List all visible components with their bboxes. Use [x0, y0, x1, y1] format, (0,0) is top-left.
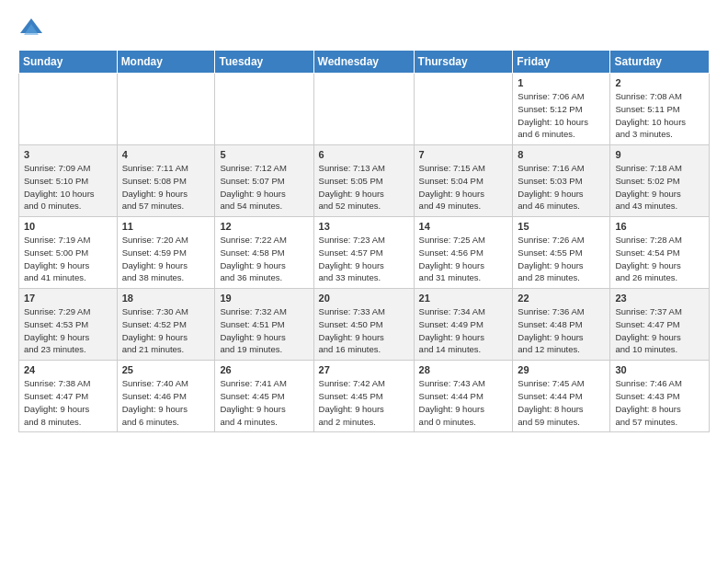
day-info: Sunrise: 7:08 AM Sunset: 5:11 PM Dayligh… [615, 90, 704, 141]
calendar-cell: 24Sunrise: 7:38 AM Sunset: 4:47 PM Dayli… [19, 361, 118, 432]
calendar-cell: 17Sunrise: 7:29 AM Sunset: 4:53 PM Dayli… [19, 289, 118, 361]
calendar-cell: 1Sunrise: 7:06 AM Sunset: 5:12 PM Daylig… [513, 74, 610, 145]
day-number: 7 [419, 149, 508, 160]
calendar-cell: 18Sunrise: 7:30 AM Sunset: 4:52 PM Dayli… [117, 289, 215, 361]
day-info: Sunrise: 7:41 AM Sunset: 4:45 PM Dayligh… [220, 377, 308, 428]
day-info: Sunrise: 7:29 AM Sunset: 4:53 PM Dayligh… [24, 305, 112, 356]
day-info: Sunrise: 7:23 AM Sunset: 4:57 PM Dayligh… [319, 234, 409, 284]
day-number: 17 [24, 293, 112, 304]
day-number: 21 [419, 293, 508, 304]
week-row-2: 3Sunrise: 7:09 AM Sunset: 5:10 PM Daylig… [19, 145, 710, 217]
day-number: 24 [24, 364, 112, 375]
day-info: Sunrise: 7:26 AM Sunset: 4:55 PM Dayligh… [518, 234, 605, 284]
calendar-cell: 6Sunrise: 7:13 AM Sunset: 5:05 PM Daylig… [313, 145, 414, 217]
day-number: 11 [122, 221, 210, 232]
day-number: 22 [518, 293, 605, 304]
day-info: Sunrise: 7:15 AM Sunset: 5:04 PM Dayligh… [419, 162, 508, 213]
day-info: Sunrise: 7:09 AM Sunset: 5:10 PM Dayligh… [24, 162, 112, 213]
calendar-cell [19, 74, 118, 145]
day-number: 28 [419, 364, 508, 375]
day-number: 30 [615, 364, 704, 375]
day-info: Sunrise: 7:33 AM Sunset: 4:50 PM Dayligh… [319, 305, 409, 356]
day-info: Sunrise: 7:18 AM Sunset: 5:02 PM Dayligh… [615, 162, 704, 213]
day-number: 2 [615, 77, 704, 88]
weekday-header-wednesday: Wednesday [313, 51, 414, 74]
weekday-header-friday: Friday [513, 51, 610, 74]
calendar-cell [313, 74, 414, 145]
day-info: Sunrise: 7:38 AM Sunset: 4:47 PM Dayligh… [24, 377, 112, 428]
calendar-cell: 28Sunrise: 7:43 AM Sunset: 4:44 PM Dayli… [414, 361, 513, 432]
calendar-cell: 7Sunrise: 7:15 AM Sunset: 5:04 PM Daylig… [414, 145, 513, 217]
day-info: Sunrise: 7:22 AM Sunset: 4:58 PM Dayligh… [220, 234, 308, 284]
calendar-cell: 12Sunrise: 7:22 AM Sunset: 4:58 PM Dayli… [215, 217, 313, 289]
calendar-cell: 3Sunrise: 7:09 AM Sunset: 5:10 PM Daylig… [19, 145, 118, 217]
day-number: 5 [220, 149, 308, 160]
day-number: 10 [24, 221, 112, 232]
day-info: Sunrise: 7:43 AM Sunset: 4:44 PM Dayligh… [419, 377, 508, 428]
calendar-cell: 9Sunrise: 7:18 AM Sunset: 5:02 PM Daylig… [610, 145, 710, 217]
day-info: Sunrise: 7:16 AM Sunset: 5:03 PM Dayligh… [518, 162, 605, 213]
day-number: 15 [518, 221, 605, 232]
day-number: 14 [419, 221, 508, 232]
calendar-cell: 22Sunrise: 7:36 AM Sunset: 4:48 PM Dayli… [513, 289, 610, 361]
day-number: 13 [319, 221, 409, 232]
weekday-header-thursday: Thursday [414, 51, 513, 74]
day-info: Sunrise: 7:11 AM Sunset: 5:08 PM Dayligh… [122, 162, 210, 213]
day-info: Sunrise: 7:42 AM Sunset: 4:45 PM Dayligh… [319, 377, 409, 428]
week-row-5: 24Sunrise: 7:38 AM Sunset: 4:47 PM Dayli… [19, 361, 710, 432]
day-number: 23 [615, 293, 704, 304]
weekday-header-saturday: Saturday [610, 51, 710, 74]
calendar-cell [414, 74, 513, 145]
calendar-cell: 27Sunrise: 7:42 AM Sunset: 4:45 PM Dayli… [313, 361, 414, 432]
week-row-4: 17Sunrise: 7:29 AM Sunset: 4:53 PM Dayli… [19, 289, 710, 361]
weekday-header-tuesday: Tuesday [215, 51, 313, 74]
calendar-cell: 23Sunrise: 7:37 AM Sunset: 4:47 PM Dayli… [610, 289, 710, 361]
day-number: 9 [615, 149, 704, 160]
calendar-cell: 20Sunrise: 7:33 AM Sunset: 4:50 PM Dayli… [313, 289, 414, 361]
day-info: Sunrise: 7:34 AM Sunset: 4:49 PM Dayligh… [419, 305, 508, 356]
day-info: Sunrise: 7:13 AM Sunset: 5:05 PM Dayligh… [319, 162, 409, 213]
day-number: 8 [518, 149, 605, 160]
calendar-body: 1Sunrise: 7:06 AM Sunset: 5:12 PM Daylig… [19, 74, 710, 432]
calendar-cell [117, 74, 215, 145]
day-info: Sunrise: 7:12 AM Sunset: 5:07 PM Dayligh… [220, 162, 308, 213]
day-info: Sunrise: 7:28 AM Sunset: 4:54 PM Dayligh… [615, 234, 704, 284]
calendar-table: SundayMondayTuesdayWednesdayThursdayFrid… [18, 50, 710, 432]
day-info: Sunrise: 7:32 AM Sunset: 4:51 PM Dayligh… [220, 305, 308, 356]
day-number: 1 [518, 77, 605, 88]
day-number: 6 [319, 149, 409, 160]
calendar-cell: 26Sunrise: 7:41 AM Sunset: 4:45 PM Dayli… [215, 361, 313, 432]
day-number: 19 [220, 293, 308, 304]
calendar-cell: 30Sunrise: 7:46 AM Sunset: 4:43 PM Dayli… [610, 361, 710, 432]
calendar-cell: 4Sunrise: 7:11 AM Sunset: 5:08 PM Daylig… [117, 145, 215, 217]
calendar-header-row: SundayMondayTuesdayWednesdayThursdayFrid… [19, 51, 710, 74]
calendar-cell: 5Sunrise: 7:12 AM Sunset: 5:07 PM Daylig… [215, 145, 313, 217]
day-info: Sunrise: 7:06 AM Sunset: 5:12 PM Dayligh… [518, 90, 605, 141]
calendar-cell: 21Sunrise: 7:34 AM Sunset: 4:49 PM Dayli… [414, 289, 513, 361]
day-info: Sunrise: 7:36 AM Sunset: 4:48 PM Dayligh… [518, 305, 605, 356]
day-number: 25 [122, 364, 210, 375]
week-row-1: 1Sunrise: 7:06 AM Sunset: 5:12 PM Daylig… [19, 74, 710, 145]
calendar-cell: 16Sunrise: 7:28 AM Sunset: 4:54 PM Dayli… [610, 217, 710, 289]
day-number: 4 [122, 149, 210, 160]
day-info: Sunrise: 7:45 AM Sunset: 4:44 PM Dayligh… [518, 377, 605, 428]
week-row-3: 10Sunrise: 7:19 AM Sunset: 5:00 PM Dayli… [19, 217, 710, 289]
weekday-header-monday: Monday [117, 51, 215, 74]
day-info: Sunrise: 7:37 AM Sunset: 4:47 PM Dayligh… [615, 305, 704, 356]
logo-icon [18, 15, 44, 40]
calendar-cell: 10Sunrise: 7:19 AM Sunset: 5:00 PM Dayli… [19, 217, 118, 289]
logo [18, 15, 46, 40]
day-number: 29 [518, 364, 605, 375]
header [18, 15, 710, 40]
day-number: 26 [220, 364, 308, 375]
page: SundayMondayTuesdayWednesdayThursdayFrid… [0, 0, 728, 447]
day-info: Sunrise: 7:19 AM Sunset: 5:00 PM Dayligh… [24, 234, 112, 284]
day-number: 27 [319, 364, 409, 375]
day-number: 3 [24, 149, 112, 160]
day-number: 16 [615, 221, 704, 232]
day-info: Sunrise: 7:46 AM Sunset: 4:43 PM Dayligh… [615, 377, 704, 428]
calendar-cell: 14Sunrise: 7:25 AM Sunset: 4:56 PM Dayli… [414, 217, 513, 289]
day-info: Sunrise: 7:40 AM Sunset: 4:46 PM Dayligh… [122, 377, 210, 428]
day-info: Sunrise: 7:20 AM Sunset: 4:59 PM Dayligh… [122, 234, 210, 284]
day-info: Sunrise: 7:30 AM Sunset: 4:52 PM Dayligh… [122, 305, 210, 356]
